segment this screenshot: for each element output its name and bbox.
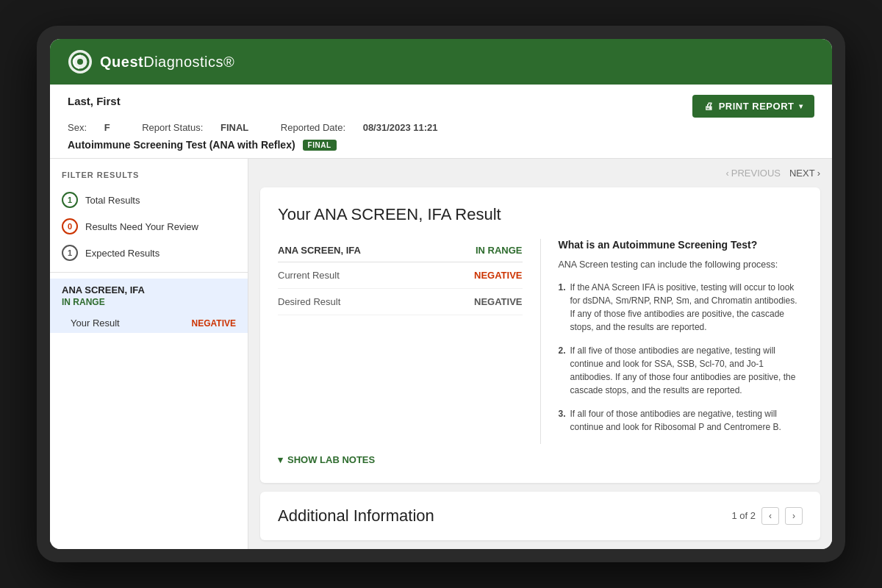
table-row-desired: Desired Result NEGATIVE	[278, 289, 523, 315]
result-card: Your ANA SCREEN, IFA Result ANA SCREEN, …	[260, 187, 820, 483]
filter-label: FILTER RESULTS	[50, 171, 248, 187]
device-frame: QuestDiagnostics® Last, First 🖨 PRINT RE…	[37, 26, 845, 562]
table-header-name: ANA SCREEN, IFA	[278, 245, 361, 256]
status-badge: FINAL	[303, 140, 337, 151]
next-button[interactable]: NEXT ›	[789, 168, 820, 179]
filter-total-results[interactable]: 1 Total Results	[50, 187, 248, 213]
additional-info-card: Additional Information 1 of 2 ‹ ›	[260, 492, 820, 540]
patient-bar: Last, First 🖨 PRINT REPORT ▾ Sex: F Repo…	[50, 85, 832, 159]
info-section: What is an Autoimmune Screening Test? AN…	[540, 239, 803, 444]
filter-expected-label: Expected Results	[85, 248, 159, 259]
logo-text: QuestDiagnostics®	[100, 54, 234, 71]
chevron-down-icon: ▾	[278, 454, 283, 465]
pagination-text: 1 of 2	[731, 510, 756, 521]
content-area: FILTER RESULTS 1 Total Results 0 Results…	[50, 159, 832, 549]
table-row-current: Current Result NEGATIVE	[278, 262, 523, 289]
info-list-item-1: If the ANA Screen IFA is positive, testi…	[559, 281, 803, 334]
additional-title: Additional Information	[278, 506, 434, 526]
filter-expected-results[interactable]: 1 Expected Results	[50, 240, 248, 266]
result-table-header: ANA SCREEN, IFA IN RANGE	[278, 239, 523, 262]
pagination-prev-button[interactable]: ‹	[761, 507, 779, 525]
patient-name: Last, First	[68, 95, 121, 107]
table-header-status: IN RANGE	[476, 245, 523, 256]
sidebar-divider	[50, 272, 248, 273]
chevron-down-icon: ▾	[799, 102, 803, 110]
info-list: If the ANA Screen IFA is positive, testi…	[559, 281, 803, 434]
card-inner: ANA SCREEN, IFA IN RANGE Current Result …	[278, 239, 803, 444]
filter-total-label: Total Results	[85, 195, 140, 206]
printer-icon: 🖨	[704, 101, 714, 112]
sidebar-result-name: ANA SCREEN, IFA	[62, 284, 236, 295]
info-title: What is an Autoimmune Screening Test?	[559, 239, 803, 251]
current-result-label: Current Result	[278, 270, 340, 281]
desired-result-label: Desired Result	[278, 296, 340, 307]
screen: QuestDiagnostics® Last, First 🖨 PRINT RE…	[50, 39, 832, 549]
sub-item-value: NEGATIVE	[192, 318, 236, 329]
pagination: 1 of 2 ‹ ›	[731, 507, 803, 525]
previous-button[interactable]: ‹ PREVIOUS	[725, 168, 781, 179]
info-list-item-3: If all four of those antibodies are nega…	[559, 407, 803, 434]
main-panel: ‹ PREVIOUS NEXT › Your ANA SCREEN, IFA R…	[248, 159, 832, 549]
show-lab-notes-button[interactable]: ▾ SHOW LAB NOTES	[278, 444, 375, 465]
review-badge: 0	[62, 218, 78, 234]
expected-badge: 1	[62, 245, 78, 261]
logo: QuestDiagnostics®	[68, 49, 234, 74]
nav-row: ‹ PREVIOUS NEXT ›	[260, 168, 820, 179]
test-name: Autoimmune Screening Test (ANA with Refl…	[68, 139, 295, 151]
app-header: QuestDiagnostics®	[50, 39, 832, 85]
total-badge: 1	[62, 192, 78, 208]
patient-meta: Sex: F Report Status: FINAL Reported Dat…	[68, 122, 814, 133]
quest-logo-icon	[68, 49, 93, 74]
sidebar-sub-item-your-result[interactable]: Your Result NEGATIVE	[50, 313, 248, 333]
sidebar-item-ana-screen[interactable]: ANA SCREEN, IFA IN RANGE	[50, 279, 248, 313]
filter-review-label: Results Need Your Review	[85, 221, 198, 232]
sub-item-label: Your Result	[71, 318, 120, 329]
result-table-section: ANA SCREEN, IFA IN RANGE Current Result …	[278, 239, 523, 444]
desired-result-value: NEGATIVE	[474, 296, 523, 307]
filter-review-results[interactable]: 0 Results Need Your Review	[50, 213, 248, 240]
pagination-next-button[interactable]: ›	[785, 507, 803, 525]
sidebar-result-status: IN RANGE	[62, 297, 236, 307]
info-intro: ANA Screen testing can include the follo…	[559, 258, 803, 272]
additional-header: Additional Information 1 of 2 ‹ ›	[278, 506, 803, 526]
print-report-button[interactable]: 🖨 PRINT REPORT ▾	[692, 95, 814, 118]
info-list-item-2: If all five of those antibodies are nega…	[559, 344, 803, 397]
card-title: Your ANA SCREEN, IFA Result	[278, 205, 803, 224]
chevron-right-icon: ›	[817, 168, 820, 179]
current-result-value: NEGATIVE	[474, 270, 523, 281]
svg-point-2	[77, 59, 83, 65]
sidebar: FILTER RESULTS 1 Total Results 0 Results…	[50, 159, 248, 549]
chevron-left-icon: ‹	[725, 168, 728, 179]
